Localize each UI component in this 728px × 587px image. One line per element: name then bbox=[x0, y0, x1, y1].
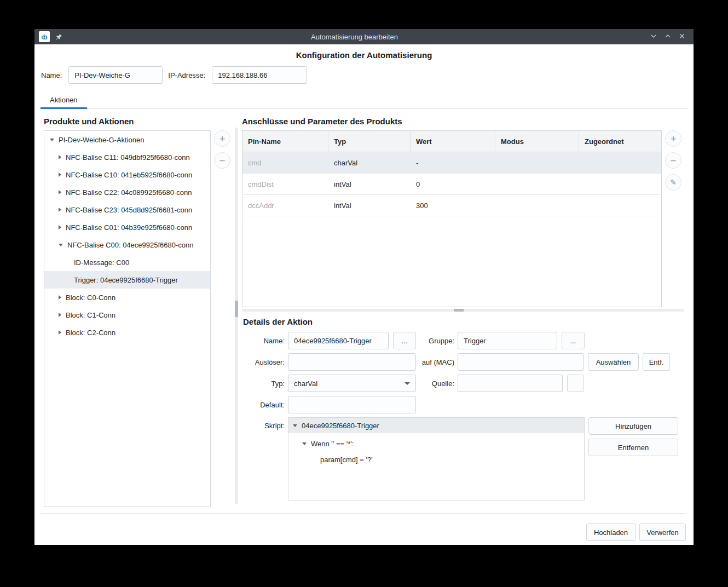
chevron-right-icon[interactable] bbox=[59, 155, 61, 159]
chevron-right-icon[interactable] bbox=[59, 313, 61, 317]
auf-mac-input[interactable] bbox=[458, 353, 584, 371]
chevron-down-icon bbox=[650, 32, 657, 42]
table-row[interactable]: cmd charVal - bbox=[242, 152, 661, 174]
entf-button[interactable]: Entf. bbox=[643, 353, 670, 371]
footer-buttons: Hochladen Verwerfen bbox=[586, 523, 686, 541]
tab-bar: Aktionen bbox=[41, 91, 687, 109]
main-area: Produkte und Aktionen PI-Dev-Weiche-G-Ak… bbox=[41, 116, 686, 545]
script-condition-row[interactable]: Wenn '' == '*': bbox=[288, 440, 584, 448]
horizontal-splitter[interactable] bbox=[242, 309, 684, 312]
chevron-right-icon[interactable] bbox=[59, 190, 61, 194]
table-header-row: Pin-Name Typ Wert Modus Zugeordnet bbox=[242, 131, 661, 152]
quelle-input[interactable] bbox=[458, 375, 563, 392]
typ-dropdown[interactable]: charVal bbox=[288, 375, 416, 392]
chevron-down-icon[interactable] bbox=[59, 244, 63, 246]
hinzufuegen-button[interactable]: Hinzufügen bbox=[588, 417, 678, 435]
tree-item-trigger[interactable]: Trigger: 04ece9925f6680-Trigger bbox=[44, 271, 210, 289]
minus-icon: − bbox=[219, 156, 225, 166]
name-input[interactable] bbox=[68, 66, 163, 84]
cell-wert: - bbox=[411, 152, 495, 173]
script-statement-row[interactable]: param[cmd] = '?' bbox=[288, 456, 584, 464]
vertical-splitter[interactable] bbox=[235, 128, 238, 504]
tree-remove-button[interactable]: − bbox=[214, 152, 230, 169]
tree-item-label: Trigger: 04ece9925f6680-Trigger bbox=[74, 276, 178, 284]
auswaehlen-button[interactable]: Auswählen bbox=[588, 353, 639, 371]
tree-item-label: NFC-Balise C11: 049dbf925f6680-conn bbox=[66, 153, 190, 162]
default-label: Default: bbox=[242, 401, 285, 409]
tree-item-nfc-c00[interactable]: NFC-Balise C00: 04ece9925f6680-conn bbox=[44, 236, 210, 254]
cell-wert: 0 bbox=[411, 174, 495, 194]
tree-item-root[interactable]: PI-Dev-Weiche-G-Aktionen bbox=[44, 131, 210, 148]
verwerfen-button[interactable]: Verwerfen bbox=[639, 523, 686, 541]
quelle-browse-button[interactable] bbox=[567, 375, 584, 392]
tree-item-id-message[interactable]: ID-Message: C00 bbox=[44, 254, 210, 271]
config-row: Name: IP-Adresse: bbox=[41, 66, 694, 84]
tree-item-label: NFC-Balise C01: 04b39e925f6680-conn bbox=[66, 223, 192, 232]
script-condition-label: Wenn '' == '*': bbox=[311, 440, 354, 448]
script-root-label: 04ece9925f6680-Trigger bbox=[302, 422, 379, 430]
tree-add-button[interactable]: + bbox=[214, 130, 230, 147]
pins-table: Pin-Name Typ Wert Modus Zugeordnet cmd c… bbox=[242, 130, 662, 307]
details-name-input[interactable] bbox=[288, 332, 389, 349]
window-title: Automatisierung bearbeiten bbox=[62, 33, 646, 41]
gruppe-more-button[interactable]: ... bbox=[562, 332, 585, 349]
chevron-right-icon[interactable] bbox=[59, 172, 61, 177]
header-modus: Modus bbox=[495, 131, 579, 152]
chevron-down-icon[interactable] bbox=[302, 442, 307, 445]
default-input[interactable] bbox=[288, 396, 416, 413]
maximize-button[interactable] bbox=[661, 30, 675, 43]
hochladen-button[interactable]: Hochladen bbox=[586, 523, 635, 541]
pin-edit-button[interactable]: ✎ bbox=[665, 174, 681, 191]
tree-item-nfc-c11[interactable]: NFC-Balise C11: 049dbf925f6680-conn bbox=[44, 148, 210, 166]
tree-item-block-c2[interactable]: Block: C2-Conn bbox=[44, 324, 210, 341]
chevron-right-icon[interactable] bbox=[59, 295, 61, 300]
tree-item-block-c0[interactable]: Block: C0-Conn bbox=[44, 289, 210, 306]
tree-item-label: Block: C1-Conn bbox=[66, 311, 115, 319]
tab-aktionen[interactable]: Aktionen bbox=[41, 91, 87, 109]
gruppe-label: Gruppe: bbox=[416, 337, 454, 345]
table-row[interactable]: dccAddr intVal 300 bbox=[242, 195, 661, 216]
chevron-down-icon[interactable] bbox=[50, 139, 54, 141]
ausloeser-label: Auslöser: bbox=[242, 358, 285, 366]
pin-icon[interactable] bbox=[55, 33, 62, 41]
name-more-button[interactable]: ... bbox=[393, 332, 416, 349]
products-tree: PI-Dev-Weiche-G-Aktionen NFC-Balise C11:… bbox=[44, 130, 211, 507]
gruppe-input[interactable] bbox=[458, 332, 557, 349]
ausloeser-input[interactable] bbox=[288, 353, 416, 371]
pin-add-button[interactable]: + bbox=[665, 130, 681, 147]
tree-item-nfc-c23[interactable]: NFC-Balise C23: 045d8d925f6681-conn bbox=[44, 201, 210, 218]
splitter-handle[interactable] bbox=[235, 301, 238, 317]
tree-item-nfc-c22[interactable]: NFC-Balise C22: 04c089925f6680-conn bbox=[44, 183, 210, 201]
tree-item-block-c1[interactable]: Block: C1-Conn bbox=[44, 306, 210, 324]
dropdown-arrow-icon bbox=[405, 382, 410, 385]
chevron-down-icon[interactable] bbox=[293, 424, 297, 427]
cell-typ: intVal bbox=[328, 195, 411, 216]
minimize-button[interactable] bbox=[646, 30, 661, 43]
splitter-handle[interactable] bbox=[454, 309, 464, 312]
tree-item-label: NFC-Balise C23: 045d8d925f6681-conn bbox=[66, 206, 192, 214]
page-title: Konfiguration der Automatisierung bbox=[34, 50, 694, 60]
header-zugeordnet: Zugeordnet bbox=[579, 131, 661, 152]
script-root-row[interactable]: 04ece9925f6680-Trigger bbox=[288, 418, 584, 433]
pencil-icon: ✎ bbox=[670, 179, 677, 186]
pins-heading: Anschlüsse und Parameter des Produkts bbox=[242, 117, 686, 126]
tree-item-nfc-c01[interactable]: NFC-Balise C01: 04b39e925f6680-conn bbox=[44, 218, 210, 236]
chevron-right-icon[interactable] bbox=[59, 225, 61, 229]
table-row[interactable]: cmdDist intVal 0 bbox=[242, 174, 661, 195]
tree-item-label: NFC-Balise C10: 041eb5925f6680-conn bbox=[66, 171, 192, 179]
cell-pin: cmdDist bbox=[242, 174, 328, 194]
cell-pin: dccAddr bbox=[242, 195, 328, 216]
pin-remove-button[interactable]: − bbox=[665, 152, 681, 169]
titlebar: cb Automatisierung bearbeiten bbox=[34, 29, 694, 44]
cell-modus bbox=[495, 152, 579, 173]
products-panel: Produkte und Aktionen PI-Dev-Weiche-G-Ak… bbox=[41, 116, 233, 545]
close-button[interactable] bbox=[675, 30, 689, 43]
chevron-right-icon[interactable] bbox=[59, 330, 61, 335]
cell-typ: intVal bbox=[328, 174, 411, 194]
entfernen-button[interactable]: Entfernen bbox=[588, 439, 678, 456]
tree-item-label: Block: C2-Conn bbox=[66, 329, 115, 337]
ip-address-input[interactable] bbox=[212, 66, 307, 84]
script-statement-label: param[cmd] = '?' bbox=[320, 456, 373, 464]
chevron-right-icon[interactable] bbox=[59, 208, 61, 212]
tree-item-nfc-c10[interactable]: NFC-Balise C10: 041eb5925f6680-conn bbox=[44, 166, 210, 183]
